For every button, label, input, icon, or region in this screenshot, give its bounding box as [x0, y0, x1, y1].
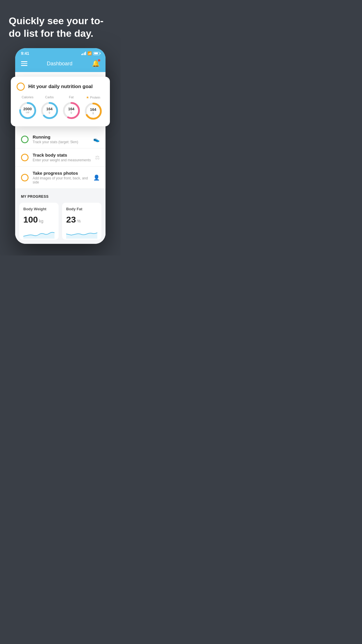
todo-item-photos[interactable]: Take progress photos Add images of your …: [15, 167, 106, 189]
hero-section: Quickly see your to-do list for the day.: [0, 0, 121, 48]
nutrition-circle-check: [17, 83, 25, 91]
todo-list: Running Track your stats (target: 5km) 👟…: [15, 130, 106, 189]
shoe-icon: 👟: [93, 136, 100, 143]
protein-label: ★ Protein: [86, 95, 100, 99]
notification-button[interactable]: 🔔: [92, 60, 100, 67]
nutrition-item-carbs: Carbs 164 g: [40, 95, 59, 120]
todo-circle-running: [21, 136, 29, 143]
nutrition-item-fat: Fat 164 g: [62, 95, 81, 120]
body-fat-value: 23: [66, 215, 76, 225]
hamburger-menu[interactable]: [21, 61, 27, 66]
body-fat-sparkline: [66, 228, 97, 239]
body-weight-card[interactable]: Body Weight 100 kg: [19, 203, 59, 240]
todo-title-photos: Take progress photos: [33, 171, 89, 176]
calories-donut: 2000 cal: [18, 101, 37, 120]
body-weight-unit: kg: [39, 219, 43, 223]
body-fat-value-row: 23 %: [66, 215, 97, 225]
photo-icon: 👤: [93, 174, 100, 181]
progress-section: MY PROGRESS Body Weight 100 kg: [15, 189, 106, 244]
body-fat-unit: %: [77, 219, 80, 223]
todo-subtitle-body-stats: Enter your weight and measurements: [33, 158, 91, 162]
fat-donut: 164 g: [62, 101, 81, 120]
nutrition-card-title: Hit your daily nutrition goal: [28, 84, 93, 90]
body-fat-title: Body Fat: [66, 207, 97, 211]
todo-text-running: Running Track your stats (target: 5km): [33, 134, 89, 144]
fat-label: Fat: [69, 95, 74, 99]
nutrition-item-protein: ★ Protein 164 g: [84, 95, 103, 120]
battery-icon: [93, 52, 100, 55]
star-icon: ★: [86, 95, 89, 99]
notification-dot: [98, 59, 100, 62]
progress-cards: Body Weight 100 kg Body Fat: [19, 203, 101, 240]
nutrition-item-calories: Calories 2000 cal: [18, 95, 37, 120]
todo-item-running[interactable]: Running Track your stats (target: 5km) 👟: [15, 130, 106, 148]
scale-icon: ⚖: [95, 154, 100, 161]
todo-title-body-stats: Track body stats: [33, 153, 91, 158]
status-bar: 9:41 📶: [15, 48, 106, 57]
body-weight-value-row: 100 kg: [23, 215, 55, 225]
carbs-label: Carbs: [45, 95, 54, 99]
progress-title: MY PROGRESS: [19, 195, 101, 199]
todo-item-body-stats[interactable]: Track body stats Enter your weight and m…: [15, 148, 106, 167]
body-weight-value: 100: [23, 215, 38, 225]
calories-label: Calories: [22, 95, 33, 99]
protein-donut: 164 g: [84, 102, 103, 120]
hero-title: Quickly see your to-do list for the day.: [9, 15, 112, 39]
nutrition-card-title-row: Hit your daily nutrition goal: [17, 83, 104, 91]
nutrition-card[interactable]: Hit your daily nutrition goal Calories 2…: [11, 77, 110, 126]
body-weight-title: Body Weight: [23, 207, 55, 211]
todo-text-photos: Take progress photos Add images of your …: [33, 171, 89, 184]
todo-subtitle-photos: Add images of your front, back, and side: [33, 176, 89, 184]
app-title: Dashboard: [47, 61, 72, 67]
wifi-icon: 📶: [87, 51, 92, 55]
todo-text-body-stats: Track body stats Enter your weight and m…: [33, 153, 91, 162]
todo-circle-photos: [21, 174, 29, 181]
phone-mockup: 9:41 📶 Dashboard 🔔 T: [15, 48, 106, 244]
signal-icon: [81, 52, 86, 55]
carbs-donut: 164 g: [40, 101, 59, 120]
todo-circle-body-stats: [21, 154, 29, 161]
todo-subtitle-running: Track your stats (target: 5km): [33, 140, 89, 144]
nutrition-circles: Calories 2000 cal Carbs: [17, 95, 104, 120]
status-time: 9:41: [21, 51, 29, 56]
status-icons: 📶: [81, 51, 100, 55]
body-fat-card[interactable]: Body Fat 23 %: [62, 203, 101, 240]
todo-title-running: Running: [33, 134, 89, 139]
body-weight-sparkline: [23, 228, 55, 239]
app-header: Dashboard 🔔: [15, 57, 106, 72]
